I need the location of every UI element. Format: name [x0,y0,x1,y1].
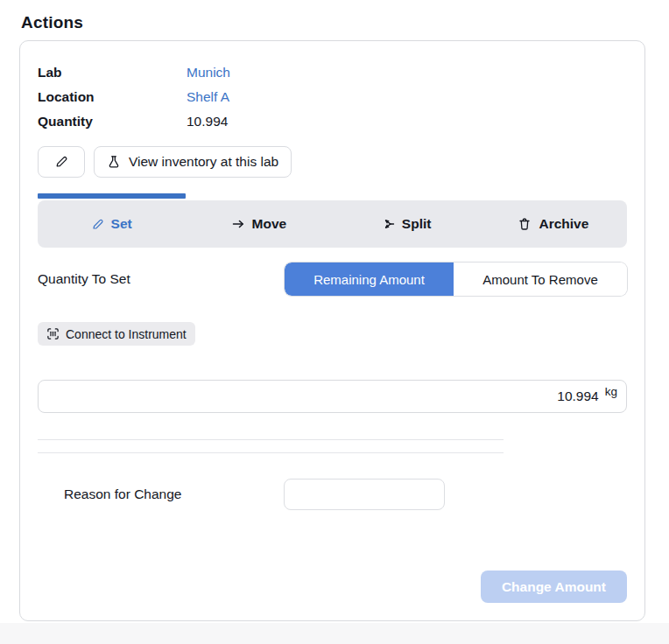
page-footer-strip [0,623,669,644]
trash-icon [518,217,532,231]
tab-set[interactable]: Set [38,200,185,248]
location-link[interactable]: Shelf A [187,89,229,105]
actions-panel: Lab Munich Location Shelf A Quantity 10.… [19,40,645,621]
barcode-scan-icon [46,327,60,340]
actions-page: Actions Lab Munich Location Shelf A Quan… [0,0,669,644]
quantity-label: Quantity [38,114,187,130]
toolbar: View inventory at this lab [38,146,627,178]
info-row-quantity: Quantity 10.994 [38,109,627,134]
reason-row: Reason for Change [38,479,627,510]
tab-split[interactable]: Split [333,200,480,248]
connect-instrument-label: Connect to Instrument [66,327,187,341]
active-tab-indicator [38,193,186,199]
reason-label: Reason for Change [38,486,284,502]
toggle-amount-to-remove[interactable]: Amount To Remove [454,262,627,296]
amount-input[interactable] [49,388,599,404]
location-label: Location [38,89,187,105]
info-row-lab: Lab Munich [38,60,627,85]
edit-button[interactable] [38,146,85,178]
amount-field-wrap: kg [38,380,627,413]
quantity-mode-row: Quantity To Set Remaining Amount Amount … [38,262,627,296]
toggle-remaining-amount[interactable]: Remaining Amount [285,262,454,296]
quantity-mode-toggle: Remaining Amount Amount To Remove [285,262,627,296]
pencil-icon [54,155,68,169]
flask-icon [107,155,121,169]
arrow-right-icon [231,217,245,231]
submit-row: Change Amount [38,570,627,603]
pencil-icon [91,218,104,231]
connect-instrument-button[interactable]: Connect to Instrument [38,322,195,346]
tab-move-label: Move [252,216,287,232]
view-inventory-button[interactable]: View inventory at this lab [94,146,292,178]
divider [38,439,504,440]
quantity-value: 10.994 [187,114,228,130]
info-row-location: Location Shelf A [38,85,627,109]
split-icon [381,217,395,231]
tab-archive-label: Archive [539,216,588,232]
tabbar: Set Move Split [38,200,627,248]
quantity-mode-label: Quantity To Set [38,271,130,287]
reason-input[interactable] [284,479,445,510]
tab-split-label: Split [402,216,432,232]
tab-archive[interactable]: Archive [480,200,627,248]
lab-link[interactable]: Munich [187,65,230,80]
view-inventory-label: View inventory at this lab [129,154,278,170]
change-amount-button[interactable]: Change Amount [481,570,627,603]
tab-move[interactable]: Move [185,200,332,248]
tab-set-label: Set [111,216,132,232]
lab-label: Lab [38,65,187,80]
page-title: Actions [21,13,669,32]
divider [38,452,504,453]
amount-unit-label: kg [605,385,617,398]
